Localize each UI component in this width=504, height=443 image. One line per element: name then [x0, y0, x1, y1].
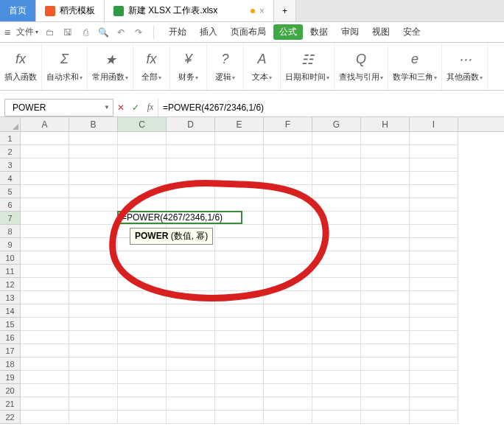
cell[interactable]: [21, 397, 69, 411]
cell[interactable]: [167, 158, 215, 172]
cell[interactable]: [312, 225, 361, 238]
cell[interactable]: [69, 172, 118, 185]
row-header[interactable]: 9: [0, 238, 21, 251]
cell[interactable]: [264, 265, 312, 278]
select-all-corner[interactable]: [0, 117, 21, 131]
column-header[interactable]: H: [361, 117, 410, 131]
cell[interactable]: [118, 411, 167, 424]
cell[interactable]: [410, 384, 458, 397]
column-header[interactable]: I: [410, 117, 458, 131]
cell[interactable]: [361, 225, 410, 238]
cell[interactable]: [21, 185, 69, 198]
cell[interactable]: [21, 158, 69, 172]
cell[interactable]: [361, 251, 410, 265]
row-header[interactable]: 3: [0, 158, 21, 172]
cell[interactable]: [312, 238, 361, 251]
cell[interactable]: [312, 132, 361, 145]
cell[interactable]: [21, 145, 69, 158]
cell[interactable]: [69, 331, 118, 344]
ribbon-item-1[interactable]: Σ自动求和▾: [42, 43, 88, 90]
column-header[interactable]: F: [264, 117, 312, 131]
row-header[interactable]: 15: [0, 318, 21, 331]
cell[interactable]: [69, 158, 118, 172]
menu-tab-3[interactable]: 公式: [273, 24, 303, 40]
menu-tab-0[interactable]: 开始: [163, 26, 192, 38]
cell[interactable]: [410, 344, 458, 357]
cell[interactable]: [264, 318, 312, 331]
cell[interactable]: [69, 251, 118, 265]
cell[interactable]: [312, 278, 361, 291]
cell[interactable]: [215, 384, 264, 397]
cell[interactable]: [410, 145, 458, 158]
cell[interactable]: [215, 357, 264, 371]
cell[interactable]: [312, 158, 361, 172]
cell[interactable]: [118, 397, 167, 411]
menu-tab-6[interactable]: 视图: [366, 26, 396, 38]
row-header[interactable]: 14: [0, 304, 21, 318]
ribbon-item-2[interactable]: ★常用函数▾: [88, 43, 133, 90]
cell[interactable]: [21, 172, 69, 185]
cell[interactable]: [21, 251, 69, 265]
cell[interactable]: [410, 278, 458, 291]
cell[interactable]: [215, 304, 264, 318]
cell[interactable]: [69, 411, 118, 424]
cell[interactable]: [264, 251, 312, 265]
cell[interactable]: [21, 318, 69, 331]
cell[interactable]: [361, 278, 410, 291]
cell[interactable]: [118, 371, 167, 384]
cell[interactable]: [410, 251, 458, 265]
cell[interactable]: [361, 304, 410, 318]
cell[interactable]: [361, 357, 410, 371]
cell[interactable]: [118, 265, 167, 278]
row-header[interactable]: 17: [0, 344, 21, 357]
cell[interactable]: [118, 331, 167, 344]
row-header[interactable]: 1: [0, 132, 21, 145]
menu-tab-2[interactable]: 页面布局: [225, 26, 272, 38]
cell[interactable]: [410, 132, 458, 145]
cell[interactable]: [167, 291, 215, 304]
cell[interactable]: [361, 198, 410, 212]
ribbon-item-6[interactable]: A文本▾: [244, 43, 281, 90]
column-header[interactable]: C: [118, 117, 167, 131]
cell[interactable]: [167, 198, 215, 212]
cell[interactable]: [312, 357, 361, 371]
cell[interactable]: [361, 212, 410, 225]
cell[interactable]: [264, 158, 312, 172]
column-header[interactable]: A: [21, 117, 69, 131]
cell[interactable]: [312, 198, 361, 212]
cell[interactable]: [215, 238, 264, 251]
cell[interactable]: [264, 185, 312, 198]
cell[interactable]: [264, 278, 312, 291]
row-header[interactable]: 5: [0, 185, 21, 198]
hamburger-icon[interactable]: ≡: [4, 27, 10, 38]
cell[interactable]: [361, 397, 410, 411]
cell[interactable]: [69, 384, 118, 397]
cell[interactable]: [118, 185, 167, 198]
row-header[interactable]: 7: [0, 212, 21, 225]
cell[interactable]: [361, 291, 410, 304]
cell[interactable]: [312, 265, 361, 278]
cell[interactable]: [312, 212, 361, 225]
cell[interactable]: [21, 225, 69, 238]
cell[interactable]: [410, 331, 458, 344]
cell[interactable]: [69, 238, 118, 251]
cell[interactable]: [215, 132, 264, 145]
cell[interactable]: [312, 145, 361, 158]
row-header[interactable]: 22: [0, 411, 21, 424]
cell[interactable]: [69, 145, 118, 158]
row-header[interactable]: 10: [0, 251, 21, 265]
cell[interactable]: [69, 225, 118, 238]
cell[interactable]: [215, 291, 264, 304]
close-icon[interactable]: ×: [259, 6, 265, 16]
cell[interactable]: [69, 265, 118, 278]
cell[interactable]: [69, 291, 118, 304]
cell[interactable]: [69, 318, 118, 331]
tab-home[interactable]: 首页: [0, 0, 36, 21]
cell[interactable]: [312, 331, 361, 344]
cell[interactable]: [312, 291, 361, 304]
cell[interactable]: [361, 371, 410, 384]
menu-tab-7[interactable]: 安全: [397, 26, 427, 38]
cell[interactable]: [312, 411, 361, 424]
cell[interactable]: [118, 318, 167, 331]
row-header[interactable]: 16: [0, 331, 21, 344]
